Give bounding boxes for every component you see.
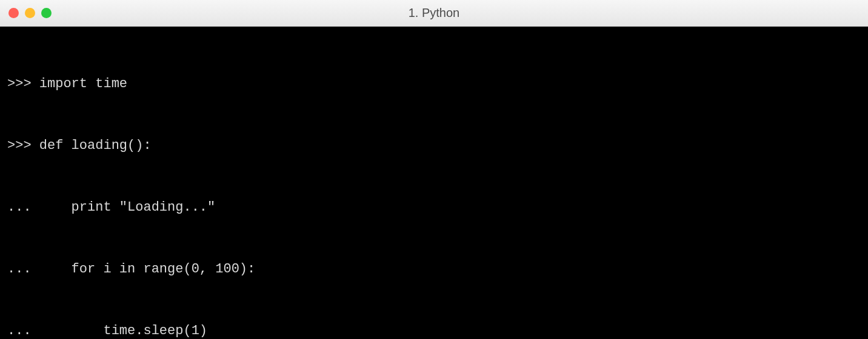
terminal-line: >>> def loading(): — [7, 136, 861, 156]
terminal-line: >>> import time — [7, 74, 861, 94]
window-title: 1. Python — [0, 6, 868, 20]
code-text: def loading(): — [39, 138, 152, 153]
code-text: for i in range(0, 100): — [39, 262, 255, 277]
terminal-line: ... time.sleep(1) — [7, 321, 861, 339]
prompt: >>> — [7, 76, 39, 91]
zoom-icon[interactable] — [41, 8, 52, 18]
window-titlebar: 1. Python — [0, 0, 868, 27]
code-text: print "Loading..." — [39, 200, 215, 215]
code-text: import time — [39, 76, 127, 91]
close-icon[interactable] — [8, 8, 19, 18]
terminal-line: ... print "Loading..." — [7, 197, 861, 218]
prompt: ... — [7, 200, 39, 215]
terminal-area[interactable]: >>> import time >>> def loading(): ... p… — [0, 27, 868, 339]
code-text: time.sleep(1) — [39, 323, 207, 338]
minimize-icon[interactable] — [25, 8, 35, 18]
prompt: ... — [7, 262, 39, 277]
traffic-lights — [8, 8, 52, 18]
prompt: >>> — [7, 138, 39, 153]
terminal-line: ... for i in range(0, 100): — [7, 259, 861, 280]
prompt: ... — [7, 323, 39, 338]
